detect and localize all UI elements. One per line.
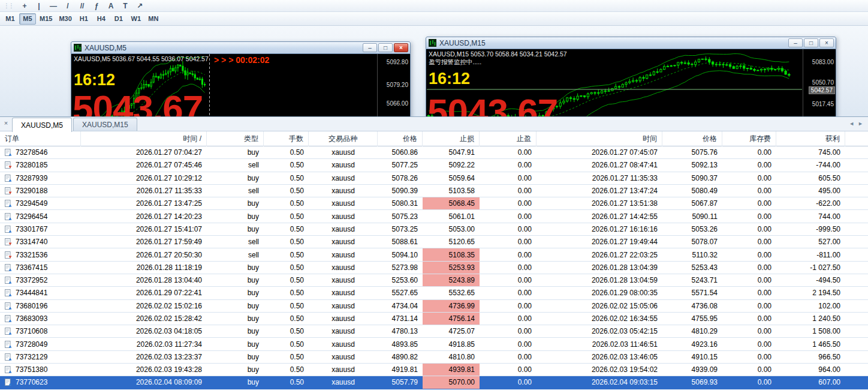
- horizontal-line-icon[interactable]: —: [47, 1, 60, 11]
- cell-open_time: 2026.01.27 17:59:49: [81, 236, 207, 248]
- minimize-button[interactable]: –: [363, 43, 377, 52]
- table-row[interactable]: 732945492026.01.27 13:47:25buy0.50xauusd…: [0, 197, 868, 210]
- label-icon[interactable]: T: [119, 1, 132, 11]
- column-header[interactable]: 止盈: [480, 131, 537, 146]
- table-row[interactable]: 737513802026.02.03 19:43:28buy0.50xauusd…: [0, 364, 868, 376]
- timeframe-m30[interactable]: M30: [56, 13, 74, 25]
- cell-sl: 5059.64: [423, 172, 480, 184]
- cell-price: 5088.61: [378, 236, 423, 248]
- tab-xauusd-m5[interactable]: XAUUSD,M5: [12, 118, 72, 132]
- order-buy-icon: [5, 213, 12, 220]
- table-row[interactable]: 732785462026.01.27 07:04:27buy0.50xauusd…: [0, 146, 868, 159]
- cell-open_time: 2026.01.27 10:29:12: [81, 172, 207, 184]
- cell-close_price: 5075.76: [662, 146, 722, 158]
- table-row[interactable]: 737106082026.02.03 04:18:05buy0.50xauusd…: [0, 325, 868, 338]
- table-row[interactable]: 733729522026.01.28 13:04:40buy0.50xauusd…: [0, 274, 868, 287]
- table-row[interactable]: 733674152026.01.28 11:18:19buy0.50xauusd…: [0, 262, 868, 274]
- column-header[interactable]: 交易品种: [309, 131, 378, 146]
- cell-filler: [845, 351, 868, 363]
- vertical-line-icon[interactable]: |: [32, 1, 46, 11]
- cell-tp: 0.00: [480, 223, 537, 235]
- cell-profit: 744.00: [776, 210, 845, 222]
- cell-close_price: 4910.15: [662, 351, 722, 363]
- table-row[interactable]: 732879392026.01.27 10:29:12buy0.50xauusd…: [0, 172, 868, 185]
- fibonacci-icon[interactable]: ƒ: [90, 1, 103, 11]
- cell-swap: 0.00: [722, 210, 776, 222]
- order-buy-icon: [5, 302, 12, 310]
- timeframe-m5[interactable]: M5: [19, 13, 36, 25]
- column-header[interactable]: 手数: [264, 131, 309, 146]
- order-buy-icon: [5, 175, 12, 182]
- chart-area[interactable]: 5092.805079.205066.00 XAUUSD,M5 5036.67 …: [71, 54, 411, 117]
- minimize-button[interactable]: –: [788, 38, 803, 47]
- timeframe-bar: M1M5M15M30H1H4D1W1MN: [0, 12, 868, 26]
- close-button[interactable]: ×: [394, 43, 408, 52]
- window-title: XAUUSD,M5: [85, 44, 363, 52]
- cell-close_time: 2026.01.27 22:03:25: [537, 248, 662, 260]
- cell-filler: [845, 172, 868, 184]
- chart-area[interactable]: 5083.005050.705042.575017.45 XAUUSD,M15 …: [426, 49, 836, 117]
- table-row[interactable]: 737706232026.02.04 08:09:09buy0.50xauusd…: [0, 376, 868, 389]
- cell-type: buy: [207, 325, 264, 337]
- column-header[interactable]: 时间 /: [81, 131, 207, 146]
- cell-lots: 0.50: [264, 146, 309, 158]
- cell-price: 4734.04: [378, 300, 423, 312]
- table-row[interactable]: 733147402026.01.27 17:59:49sell0.50xauus…: [0, 236, 868, 248]
- restore-button[interactable]: □: [378, 43, 393, 52]
- cell-sl: 5243.89: [423, 274, 480, 286]
- close-button[interactable]: ×: [819, 38, 834, 47]
- table-row[interactable]: 732801852026.01.27 07:45:46sell0.50xauus…: [0, 159, 868, 172]
- table-row[interactable]: 732901882026.01.27 11:35:33sell0.50xauus…: [0, 185, 868, 197]
- timeframe-mn[interactable]: MN: [145, 13, 162, 25]
- cell-close_time: 2026.01.27 11:35:33: [537, 172, 662, 184]
- crosshair-icon[interactable]: +: [18, 1, 31, 11]
- tab-scroll-left-icon[interactable]: ◄: [849, 120, 854, 127]
- table-row[interactable]: 733017672026.01.27 15:41:07buy0.50xauusd…: [0, 223, 868, 236]
- window-titlebar[interactable]: XAUUSD,M5 – □ ×: [71, 41, 411, 54]
- table-row[interactable]: 732964542026.01.27 14:20:23buy0.50xauusd…: [0, 210, 868, 223]
- column-header[interactable]: 获利: [776, 131, 845, 146]
- timeframe-h1[interactable]: H1: [76, 13, 92, 25]
- arrows-icon[interactable]: ↗: [133, 1, 146, 11]
- timeframe-m15[interactable]: M15: [37, 13, 55, 25]
- column-header[interactable]: 价格: [378, 131, 423, 146]
- order-buy-icon: [5, 277, 12, 284]
- table-row[interactable]: 736830932026.02.02 15:28:42buy0.50xauusd…: [0, 313, 868, 325]
- cell-lots: 0.50: [264, 159, 309, 171]
- column-header[interactable]: 止损: [423, 131, 480, 146]
- cell-swap: 0.00: [722, 159, 776, 171]
- panel-close-icon[interactable]: ×: [2, 119, 10, 127]
- toolbar-grip[interactable]: ⋮⋮: [4, 2, 13, 9]
- table-row[interactable]: 734448412026.01.29 07:22:41buy0.50xauusd…: [0, 287, 868, 299]
- cell-order: 73287939: [0, 172, 81, 184]
- column-header[interactable]: 价格: [662, 131, 722, 146]
- table-row[interactable]: 737280492026.02.03 11:27:34buy0.50xauusd…: [0, 338, 868, 350]
- cell-profit: 495.00: [776, 185, 845, 197]
- chart-window-xauusd-m15: XAUUSD,M15 – □ × 5083.005050.705042.5750…: [426, 37, 836, 117]
- tab-xauusd-m15[interactable]: XAUUSD,M15: [73, 118, 137, 131]
- text-icon[interactable]: A: [104, 1, 117, 11]
- price-axis[interactable]: 5092.805079.205066.00: [377, 54, 410, 117]
- column-header[interactable]: 订单: [0, 131, 81, 146]
- trendline-icon[interactable]: /: [61, 1, 74, 11]
- channel-icon[interactable]: //: [76, 1, 89, 11]
- tab-scroll-right-icon[interactable]: ►: [858, 120, 863, 127]
- cell-filler: [845, 338, 868, 350]
- table-row[interactable]: 737321292026.02.03 13:23:37buy0.50xauusd…: [0, 351, 868, 364]
- cell-open_time: 2026.02.03 19:43:28: [81, 364, 207, 376]
- timeframe-m1[interactable]: M1: [2, 13, 19, 25]
- table-row[interactable]: 733215362026.01.27 20:50:30sell0.50xauus…: [0, 248, 868, 261]
- cell-tp: 0.00: [480, 274, 537, 286]
- restore-button[interactable]: □: [804, 38, 818, 47]
- timeframe-d1[interactable]: D1: [110, 13, 127, 25]
- column-header[interactable]: 类型: [207, 131, 264, 146]
- timeframe-w1[interactable]: W1: [128, 13, 144, 25]
- price-axis[interactable]: 5083.005050.705042.575017.45: [803, 49, 836, 117]
- cell-sl: 5053.00: [423, 223, 480, 235]
- window-titlebar[interactable]: XAUUSD,M15 – □ ×: [426, 37, 836, 49]
- column-header[interactable]: 库存费: [722, 131, 776, 146]
- order-buy-icon: [5, 328, 12, 335]
- table-row[interactable]: 736801962026.02.02 15:02:16buy0.50xauusd…: [0, 300, 868, 313]
- column-header[interactable]: 时间: [537, 131, 662, 146]
- timeframe-h4[interactable]: H4: [93, 13, 110, 25]
